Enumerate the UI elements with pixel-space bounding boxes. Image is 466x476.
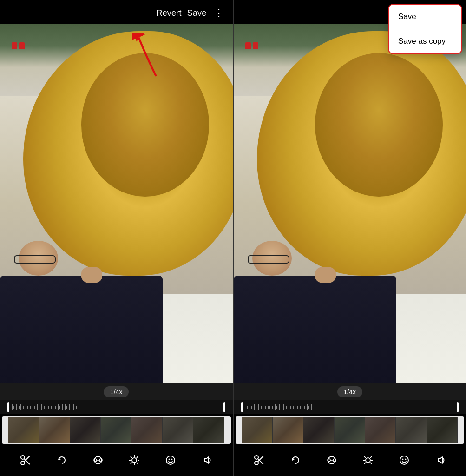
tick xyxy=(46,404,46,410)
dog-head xyxy=(81,53,209,197)
svg-point-19 xyxy=(166,456,175,464)
tick xyxy=(40,406,40,409)
tick xyxy=(308,406,309,409)
timeline-handle-right-r[interactable] xyxy=(458,416,464,444)
save-menu-item[interactable]: Save xyxy=(389,5,461,29)
tick xyxy=(41,404,42,410)
tick xyxy=(73,404,74,410)
tick xyxy=(48,406,49,409)
tick xyxy=(264,406,264,409)
scrubber-left[interactable] xyxy=(0,400,233,414)
brightness-icon-right[interactable] xyxy=(360,452,376,469)
tick xyxy=(297,406,298,409)
scrubber-handle-right-r[interactable] xyxy=(457,402,459,412)
scissors-icon-left[interactable] xyxy=(17,452,34,469)
tick xyxy=(269,406,270,409)
timeline-left[interactable] xyxy=(0,414,233,446)
save-button-left[interactable]: Save xyxy=(187,8,207,18)
tick xyxy=(13,406,14,409)
face-icon-right[interactable] xyxy=(396,452,413,469)
brightness-icon-left[interactable] xyxy=(126,452,143,469)
video-scene xyxy=(0,24,233,383)
tick xyxy=(281,406,281,409)
timeline-frame xyxy=(70,417,101,443)
svg-point-21 xyxy=(171,459,173,460)
speed-icon-right[interactable] xyxy=(323,452,340,469)
save-copy-menu-item[interactable]: Save as copy xyxy=(389,29,461,53)
timeline-handle-left[interactable] xyxy=(2,416,8,444)
svg-point-20 xyxy=(169,459,170,460)
speed-label-right[interactable]: 1/4x xyxy=(337,386,362,397)
tick xyxy=(304,406,305,409)
tick-track-right xyxy=(246,403,454,412)
tick xyxy=(288,404,288,410)
svg-point-22 xyxy=(255,456,258,459)
face-icon-left[interactable] xyxy=(162,452,179,469)
tick xyxy=(55,406,56,409)
left-video-area: 0:12/0:15 xyxy=(0,24,233,383)
svg-point-10 xyxy=(132,458,137,463)
tick xyxy=(267,404,267,410)
rotate-icon-right[interactable] xyxy=(287,452,304,469)
timeline-frame xyxy=(39,417,70,443)
scrubber-handle-right[interactable] xyxy=(223,402,225,412)
tick xyxy=(253,406,253,409)
scissors-icon-right[interactable] xyxy=(251,452,268,469)
scrubber-right[interactable] xyxy=(234,400,466,414)
timeline-frame xyxy=(335,417,365,443)
tick xyxy=(33,404,33,410)
tick xyxy=(32,406,32,409)
tick xyxy=(289,406,289,409)
red-cup-1 xyxy=(12,42,17,49)
timeline-frame xyxy=(242,417,273,443)
rotate-icon-left[interactable] xyxy=(53,452,70,469)
tick xyxy=(34,406,35,409)
tick xyxy=(59,406,60,409)
tick xyxy=(275,404,276,410)
tick xyxy=(69,404,70,410)
tick xyxy=(265,406,266,409)
tick xyxy=(290,406,291,409)
tick xyxy=(47,406,47,409)
tick xyxy=(303,404,303,410)
shelf-decor xyxy=(12,42,25,49)
scrubber-handle-left[interactable] xyxy=(7,402,9,412)
scrubber-handle-left-r[interactable] xyxy=(241,402,243,412)
svg-point-3 xyxy=(21,461,25,465)
tick xyxy=(278,406,278,409)
svg-point-2 xyxy=(21,456,25,459)
left-top-bar: Revert Save ⋮ xyxy=(0,0,233,24)
timeline-right[interactable] xyxy=(234,414,466,446)
timeline-frame xyxy=(427,417,458,443)
tick xyxy=(54,404,54,410)
audio-icon-left[interactable] xyxy=(198,452,215,469)
svg-point-39 xyxy=(400,456,408,464)
timeline-handle-right[interactable] xyxy=(224,416,231,444)
right-panel: Re 0:12/0:15 xyxy=(233,0,466,476)
tick xyxy=(61,406,61,409)
tick xyxy=(76,406,77,409)
tick xyxy=(261,406,262,409)
timeline-handle-left-r[interactable] xyxy=(236,416,242,444)
tick xyxy=(272,406,273,409)
tick xyxy=(257,406,257,409)
timeline-frame xyxy=(8,417,39,443)
svg-line-35 xyxy=(364,456,366,458)
tick xyxy=(251,406,252,409)
left-panel: Revert Save ⋮ xyxy=(0,0,233,476)
tick xyxy=(292,404,292,410)
speed-icon-left[interactable] xyxy=(90,452,106,469)
more-button-left[interactable]: ⋮ xyxy=(212,7,225,20)
timeline-frame xyxy=(131,417,162,443)
tick xyxy=(50,404,50,410)
revert-button[interactable]: Revert xyxy=(156,8,181,18)
tick xyxy=(296,404,296,410)
red-cup-1r xyxy=(245,42,251,49)
speed-label-left[interactable]: 1/4x xyxy=(104,386,129,397)
tick xyxy=(78,404,78,410)
tick-track-left xyxy=(12,403,221,412)
svg-line-15 xyxy=(131,456,132,458)
toolbar-right xyxy=(234,446,466,476)
audio-icon-right[interactable] xyxy=(432,452,449,469)
person-shirt-right xyxy=(234,276,396,383)
